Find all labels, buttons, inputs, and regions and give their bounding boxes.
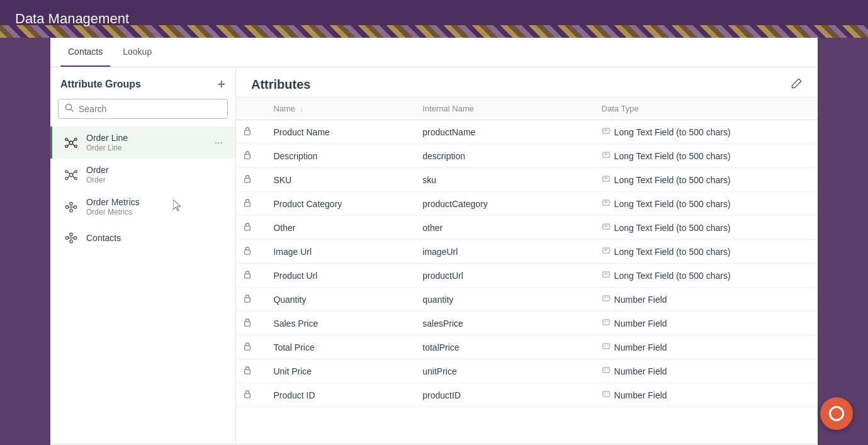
svg-rect-63 <box>602 296 609 301</box>
col-header-name[interactable]: Name ↕ <box>266 98 415 120</box>
row-internal-name: productUrl <box>415 264 594 288</box>
row-data-type: Long Text Field (to 500 chars) <box>594 168 818 192</box>
order-metrics-icon <box>62 198 80 216</box>
svg-rect-62 <box>245 298 251 302</box>
svg-point-14 <box>65 177 68 179</box>
sidebar-item-order-metrics-text: Order Metrics Order Metrics <box>86 197 212 217</box>
col-header-icon <box>236 98 266 120</box>
svg-point-25 <box>70 209 73 212</box>
svg-point-23 <box>70 202 73 205</box>
svg-rect-72 <box>245 346 251 350</box>
order-icon <box>62 166 80 184</box>
row-data-type: Number Field <box>594 335 818 359</box>
sidebar-item-order-text: Order Order <box>86 165 212 184</box>
row-internal-name: other <box>415 216 594 240</box>
sidebar-items: Order Line Order Line ··· <box>50 127 235 443</box>
svg-rect-78 <box>602 368 609 373</box>
tab-lookup[interactable]: Lookup <box>115 38 159 67</box>
table-row: Total Price totalPrice Number Field <box>236 335 818 359</box>
search-icon <box>65 103 74 115</box>
row-name: SKU <box>266 168 415 192</box>
row-internal-name: productCategory <box>415 192 594 216</box>
table-row: Product Url productUrl Long Text Field (… <box>236 264 818 288</box>
row-name: Product Category <box>266 192 415 216</box>
row-internal-name: totalPrice <box>415 335 594 359</box>
row-lock-icon <box>236 383 266 407</box>
sidebar-item-order[interactable]: Order Order ··· <box>50 159 235 191</box>
svg-point-6 <box>75 145 77 147</box>
svg-point-4 <box>75 138 77 140</box>
svg-rect-38 <box>245 154 251 159</box>
table-header-row: Name ↕ Internal Name Data Type <box>236 98 818 120</box>
order-line-icon <box>62 134 80 152</box>
table-row: Product ID productID Number Field <box>236 383 818 407</box>
sidebar-title: Attribute Groups <box>60 79 141 90</box>
row-lock-icon <box>236 192 266 216</box>
row-internal-name: description <box>415 144 594 168</box>
svg-rect-50 <box>245 226 251 230</box>
sidebar-item-order-line-text: Order Line Order Line <box>86 133 212 152</box>
edit-attributes-button[interactable] <box>791 77 803 92</box>
row-lock-icon <box>236 335 266 359</box>
row-lock-icon <box>236 288 266 312</box>
svg-point-13 <box>75 170 77 172</box>
svg-rect-77 <box>245 369 251 374</box>
row-data-type: Number Field <box>594 359 818 383</box>
row-internal-name: quantity <box>415 288 594 312</box>
sidebar: Attribute Groups + <box>50 67 236 443</box>
sidebar-item-order-metrics[interactable]: Order Metrics Order Metrics ··· <box>50 191 235 223</box>
search-input[interactable] <box>79 104 221 114</box>
sidebar-item-contacts-text: Contacts <box>86 233 212 244</box>
sidebar-item-order-metrics-name: Order Metrics <box>86 197 212 207</box>
table-row: Sales Price salesPrice Number Field <box>236 312 818 335</box>
row-name: Quantity <box>266 288 415 312</box>
sidebar-item-contacts[interactable]: Contacts ··· <box>50 223 235 253</box>
row-data-type: Long Text Field (to 500 chars) <box>594 192 818 216</box>
row-name: Product Name <box>266 120 415 144</box>
svg-line-1 <box>71 110 74 112</box>
svg-point-32 <box>70 240 73 243</box>
svg-point-15 <box>75 177 77 179</box>
row-data-type: Long Text Field (to 500 chars) <box>594 120 818 144</box>
sidebar-item-order-line[interactable]: Order Line Order Line ··· <box>50 127 235 159</box>
row-name: Other <box>266 216 415 240</box>
row-internal-name: salesPrice <box>415 312 594 335</box>
row-data-type: Long Text Field (to 500 chars) <box>594 144 818 168</box>
fab-button[interactable] <box>820 397 853 430</box>
row-name: Product Url <box>266 264 415 288</box>
tab-contacts[interactable]: Contacts <box>60 38 110 67</box>
svg-rect-58 <box>245 274 251 278</box>
page-title: Data Management <box>15 11 129 27</box>
sidebar-item-order-line-sub: Order Line <box>86 144 212 152</box>
svg-point-5 <box>65 145 68 147</box>
sidebar-item-order-name: Order <box>86 165 212 175</box>
table-row: Product Name productName Long Text Field… <box>236 120 818 144</box>
row-internal-name: sku <box>415 168 594 192</box>
order-line-menu-button[interactable]: ··· <box>212 136 225 150</box>
row-name: Unit Price <box>266 359 415 383</box>
row-name: Sales Price <box>266 312 415 335</box>
tabs-bar: Contacts Lookup <box>50 38 818 67</box>
col-header-internal: Internal Name <box>415 98 594 120</box>
row-data-type: Number Field <box>594 312 818 335</box>
svg-point-30 <box>70 233 73 236</box>
row-data-type: Long Text Field (to 500 chars) <box>594 240 818 264</box>
row-lock-icon <box>236 312 266 335</box>
svg-rect-34 <box>245 130 251 135</box>
row-lock-icon <box>236 264 266 288</box>
fab-icon <box>829 406 844 421</box>
svg-line-18 <box>68 176 70 178</box>
main-container: Contacts Lookup Attribute Groups + <box>50 38 818 445</box>
add-attribute-group-button[interactable]: + <box>217 77 225 91</box>
table-row: Image Url imageUrl Long Text Field (to 5… <box>236 240 818 264</box>
sidebar-item-order-line-name: Order Line <box>86 133 212 143</box>
svg-line-17 <box>72 171 74 174</box>
row-name: Total Price <box>266 335 415 359</box>
table-row: Unit Price unitPrice Number Field <box>236 359 818 383</box>
svg-rect-54 <box>245 250 251 254</box>
row-internal-name: unitPrice <box>415 359 594 383</box>
row-data-type: Number Field <box>594 288 818 312</box>
svg-line-16 <box>68 171 70 174</box>
row-lock-icon <box>236 120 266 144</box>
svg-point-21 <box>74 205 77 208</box>
